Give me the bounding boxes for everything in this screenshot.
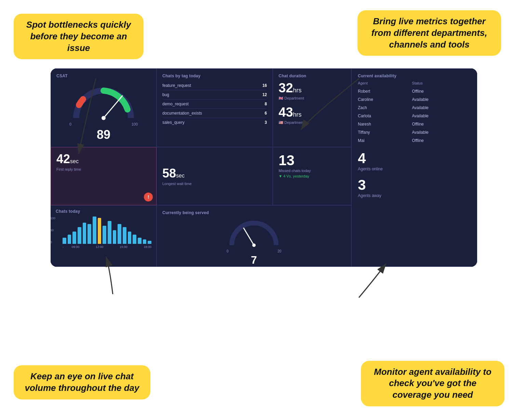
alert-icon: ! [144,193,153,201]
csat-min: 0 [69,122,71,126]
tag-row: demo_request8 [162,100,267,109]
agent-status: Available [412,104,471,112]
tag-row: bug12 [162,90,267,100]
availability-title: Current availability [358,74,471,78]
served-title: Currently being served [162,210,209,215]
chart-bar [103,226,106,244]
bar-chart [63,216,151,244]
csat-panel: CSAT 0 100 89 [51,68,157,147]
served-panel: Currently being served 0 20 7 [157,205,351,267]
tag-count: 8 [265,102,267,106]
wait-panel: 58sec Longest wait time [157,147,273,205]
tag-list: feature_request16bug12demo_request8docum… [162,81,267,127]
tag-count: 12 [262,92,267,97]
served-gauge-labels: 0 20 [227,249,281,253]
chart-bar [133,235,136,244]
agent-row: ZachAvailable [358,104,471,112]
svg-point-4 [252,244,256,247]
served-gauge [227,218,281,249]
agent-row: NareshOffline [358,120,471,128]
tag-name: bug [162,92,169,97]
chats-today-panel: Chats today 100 50 0 - 09:00 12:00 15:00… [51,205,157,267]
duration-dept-2: 🇺🇸 Department [279,120,346,125]
agents-away-value: 3 [358,177,471,193]
svg-line-3 [244,228,254,245]
duration-title: Chat duration [279,74,346,78]
tag-name: sales_query [162,120,185,125]
csat-max: 100 [132,122,138,126]
chart-bar [88,224,91,244]
bubble-bottom-left: Keep an eye on live chat volume througho… [14,365,150,399]
first-reply-value: 42sec [56,152,151,166]
agent-status: Available [412,128,471,136]
svg-line-1 [104,96,122,118]
tags-title: Chats by tag today [162,74,267,78]
csat-title: CSAT [56,74,68,78]
agent-status: Available [412,95,471,104]
agents-away-label: Agents away [358,193,471,198]
chart-bar [123,227,126,244]
tag-name: demo_request [162,102,189,106]
tag-row: documentation_exists6 [162,109,267,118]
agents-online-label: Agents online [358,167,471,171]
agents-online-value: 4 [358,150,471,167]
agent-status: Available [412,112,471,120]
col-agent: Agent [358,81,412,87]
chart-bar [113,230,117,244]
bubble-bottom-right: Monitor agent availability to check you'… [361,361,504,406]
agent-name: Naresh [358,120,412,128]
missed-panel: 13 Missed chats today ▼ 4 Vs. yesterday [273,147,351,205]
agent-name: Zach [358,104,412,112]
col-status: Status [412,81,471,87]
missed-value: 13 [279,152,346,169]
chart-y-labels: 100 50 0 [51,216,55,244]
tag-row: sales_query3 [162,118,267,127]
chart-bar [93,216,96,244]
csat-gauge [69,84,138,121]
tags-panel: Chats by tag today feature_request16bug1… [157,68,273,147]
agent-row: CarlotaAvailable [358,112,471,120]
chart-bar [108,221,111,244]
chart-bar [118,224,121,244]
agent-status: Offline [412,87,471,95]
agent-name: Robert [358,87,412,95]
agent-status: Offline [412,120,471,128]
agent-name: Caroline [358,95,412,104]
served-max: 20 [278,249,281,253]
chart-x-labels: - 09:00 12:00 15:00 18:00 [63,245,151,249]
agent-table: Agent Status RobertOfflineCarolineAvaila… [358,81,471,145]
chart-bar [63,238,66,244]
agent-row: CarolineAvailable [358,95,471,104]
csat-value: 89 [97,128,110,142]
chats-today-title: Chats today [56,209,151,214]
csat-gauge-labels: 0 100 [69,122,138,126]
chart-bar [78,227,81,244]
chart-bar [128,232,132,244]
availability-panel: Current availability Agent Status Robert… [351,68,477,267]
chart-bar [138,238,142,244]
chart-bar [98,218,102,244]
first-reply-label: First reply time [56,167,151,171]
dashboard-grid: CSAT 0 100 89 [51,68,477,267]
agent-name: Tiffany [358,128,412,136]
served-value: 7 [251,254,257,266]
duration-dept-1: 🇬🇧 Department [279,96,346,101]
chart-bar [83,223,86,244]
first-reply-panel: 42sec First reply time ! [51,147,157,205]
duration-value-1: 32hrs [279,81,346,95]
svg-point-2 [102,116,106,120]
chart-bar [148,241,151,244]
chart-bar [72,232,76,244]
missed-change: ▼ 4 Vs. yesterday [279,174,346,178]
agent-status: Offline [412,136,471,145]
tag-count: 3 [265,120,267,125]
tag-count: 16 [262,83,267,88]
tag-row: feature_request16 [162,81,267,90]
agent-name: Mai [358,136,412,145]
agent-row: TiffanyAvailable [358,128,471,136]
missed-label: Missed chats today [279,169,346,173]
tag-name: feature_request [162,83,191,88]
agent-name: Carlota [358,112,412,120]
dashboard: CSAT 0 100 89 [51,68,477,267]
chart-bar [68,235,71,244]
